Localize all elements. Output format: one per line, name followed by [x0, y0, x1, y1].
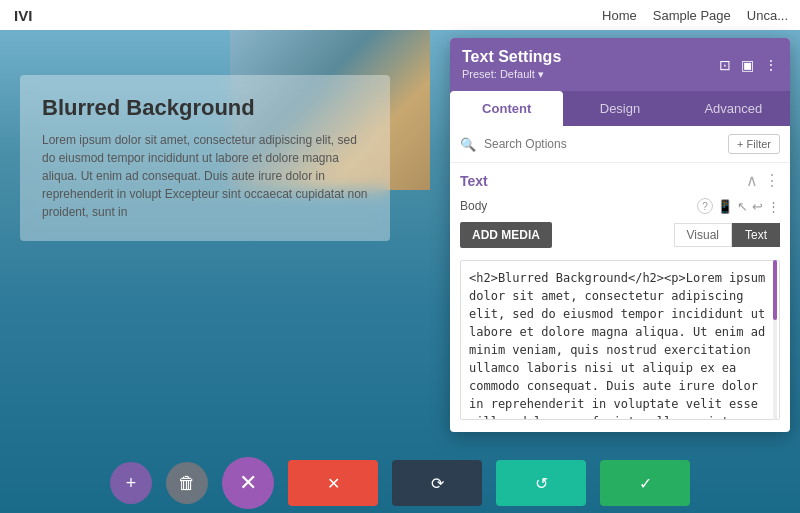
card-text: Lorem ipsum dolor sit amet, consectetur …: [42, 131, 368, 221]
nav-link-sample[interactable]: Sample Page: [653, 8, 731, 23]
search-input[interactable]: [484, 137, 720, 151]
cancel-button[interactable]: ✕: [288, 460, 378, 506]
body-row: Body ? 📱 ↖ ↩ ⋮: [460, 198, 780, 214]
pointer-icon[interactable]: ↖: [737, 199, 748, 214]
scroll-thumb: [773, 260, 777, 320]
confirm-button[interactable]: ✓: [600, 460, 690, 506]
help-icon[interactable]: ?: [697, 198, 713, 214]
view-toggle: Visual Text: [674, 223, 780, 247]
fullscreen-icon[interactable]: ⊡: [719, 57, 731, 73]
card-title: Blurred Background: [42, 95, 368, 121]
close-big-button[interactable]: ✕: [222, 457, 274, 509]
section-more-icon[interactable]: ⋮: [764, 171, 780, 190]
section-header: Text ∧ ⋮: [460, 171, 780, 190]
visual-view-button[interactable]: Visual: [674, 223, 732, 247]
content-area: Blurred Background Lorem ipsum dolor sit…: [0, 30, 430, 513]
add-button[interactable]: +: [110, 462, 152, 504]
tab-advanced[interactable]: Advanced: [677, 91, 790, 126]
scrollbar[interactable]: [772, 260, 778, 420]
panel-preset[interactable]: Preset: Default ▾: [462, 68, 561, 81]
text-section: Text ∧ ⋮ Body ? 📱 ↖ ↩ ⋮ ADD MEDIA Visual…: [450, 163, 790, 432]
add-media-button[interactable]: ADD MEDIA: [460, 222, 552, 248]
collapse-icon[interactable]: ∧: [746, 171, 758, 190]
section-controls: ∧ ⋮: [746, 171, 780, 190]
search-icon: 🔍: [460, 137, 476, 152]
blurred-card: Blurred Background Lorem ipsum dolor sit…: [20, 75, 390, 241]
site-title: IVI: [14, 0, 32, 30]
section-title: Text: [460, 173, 488, 189]
top-nav: IVI Home Sample Page Unca...: [0, 0, 800, 30]
device-icon[interactable]: 📱: [717, 199, 733, 214]
body-icons: ? 📱 ↖ ↩ ⋮: [697, 198, 780, 214]
body-label: Body: [460, 199, 487, 213]
bottom-toolbar: + 🗑 ✕ ✕ ⟳ ↺ ✓: [0, 453, 800, 513]
panel-header-icons: ⊡ ▣ ⋮: [719, 57, 778, 73]
filter-button[interactable]: + Filter: [728, 134, 780, 154]
panel-search-bar: 🔍 + Filter: [450, 126, 790, 163]
text-view-button[interactable]: Text: [732, 223, 780, 247]
undo-icon[interactable]: ↩: [752, 199, 763, 214]
panel-tabs: Content Design Advanced: [450, 91, 790, 126]
nav-link-home[interactable]: Home: [602, 8, 637, 23]
scroll-track: [773, 260, 777, 420]
trash-button[interactable]: 🗑: [166, 462, 208, 504]
history-button[interactable]: ⟳: [392, 460, 482, 506]
tab-design[interactable]: Design: [563, 91, 676, 126]
nav-link-unca[interactable]: Unca...: [747, 8, 788, 23]
layout-icon[interactable]: ▣: [741, 57, 754, 73]
tab-content[interactable]: Content: [450, 91, 563, 126]
text-editor[interactable]: [460, 260, 780, 420]
panel-header: Text Settings Preset: Default ▾ ⊡ ▣ ⋮: [450, 38, 790, 91]
editor-area: [460, 260, 780, 424]
panel-title: Text Settings: [462, 48, 561, 66]
more-options-icon[interactable]: ⋮: [767, 199, 780, 214]
redo-button[interactable]: ↺: [496, 460, 586, 506]
settings-panel: Text Settings Preset: Default ▾ ⊡ ▣ ⋮ Co…: [450, 38, 790, 432]
more-icon[interactable]: ⋮: [764, 57, 778, 73]
trash-icon: 🗑: [178, 473, 196, 494]
